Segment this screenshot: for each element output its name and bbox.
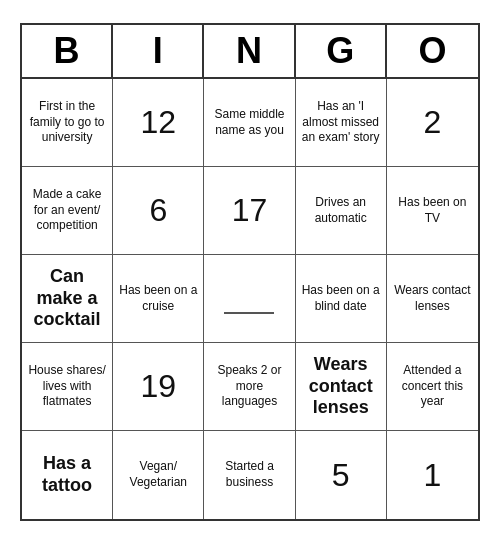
cell-value: Speaks 2 or more languages bbox=[210, 363, 288, 410]
cell-value: Vegan/ Vegetarian bbox=[119, 459, 197, 490]
cell-value: Wears contact lenses bbox=[393, 283, 472, 314]
bingo-cell: 2 bbox=[387, 79, 478, 167]
cell-value: Drives an automatic bbox=[302, 195, 380, 226]
cell-value: 17 bbox=[232, 192, 268, 229]
cell-value: Attended a concert this year bbox=[393, 363, 472, 410]
bingo-cell: 5 bbox=[296, 431, 387, 519]
cell-value: 19 bbox=[140, 368, 176, 405]
cell-value: Started a business bbox=[210, 459, 288, 490]
bingo-card: BINGO First in the family to go to unive… bbox=[20, 23, 480, 521]
cell-value: Has a tattoo bbox=[28, 453, 106, 496]
bingo-cell: Attended a concert this year bbox=[387, 343, 478, 431]
cell-value: Has an 'I almost missed an exam' story bbox=[302, 99, 380, 146]
bingo-cell bbox=[204, 255, 295, 343]
bingo-cell: Has an 'I almost missed an exam' story bbox=[296, 79, 387, 167]
cell-value: 1 bbox=[423, 457, 441, 494]
bingo-cell: 1 bbox=[387, 431, 478, 519]
bingo-cell: Has been on TV bbox=[387, 167, 478, 255]
bingo-grid: First in the family to go to university1… bbox=[22, 79, 478, 519]
bingo-cell: Started a business bbox=[204, 431, 295, 519]
bingo-cell: Vegan/ Vegetarian bbox=[113, 431, 204, 519]
bingo-cell: Has been on a blind date bbox=[296, 255, 387, 343]
cell-value: Made a cake for an event/ competition bbox=[28, 187, 106, 234]
bingo-cell: 17 bbox=[204, 167, 295, 255]
bingo-cell: House shares/ lives with flatmates bbox=[22, 343, 113, 431]
bingo-cell: Wears contact lenses bbox=[296, 343, 387, 431]
bingo-cell: Has been on a cruise bbox=[113, 255, 204, 343]
cell-value: 12 bbox=[140, 104, 176, 141]
bingo-cell: Drives an automatic bbox=[296, 167, 387, 255]
header-letter: N bbox=[204, 25, 295, 77]
cell-value: 5 bbox=[332, 457, 350, 494]
bingo-cell: Made a cake for an event/ competition bbox=[22, 167, 113, 255]
bingo-cell: 6 bbox=[113, 167, 204, 255]
cell-value: Has been on a blind date bbox=[302, 283, 380, 314]
bingo-cell: 19 bbox=[113, 343, 204, 431]
cell-value: Has been on TV bbox=[393, 195, 472, 226]
bingo-cell: Same middle name as you bbox=[204, 79, 295, 167]
cell-value: Can make a cocktail bbox=[28, 266, 106, 331]
bingo-cell: Has a tattoo bbox=[22, 431, 113, 519]
bingo-cell: First in the family to go to university bbox=[22, 79, 113, 167]
bingo-cell: Speaks 2 or more languages bbox=[204, 343, 295, 431]
cell-value: House shares/ lives with flatmates bbox=[28, 363, 106, 410]
cell-value: 2 bbox=[423, 104, 441, 141]
cell-value: Has been on a cruise bbox=[119, 283, 197, 314]
bingo-header: BINGO bbox=[22, 25, 478, 79]
cell-value: First in the family to go to university bbox=[28, 99, 106, 146]
header-letter: B bbox=[22, 25, 113, 77]
header-letter: G bbox=[296, 25, 387, 77]
bingo-cell: Wears contact lenses bbox=[387, 255, 478, 343]
cell-value: Wears contact lenses bbox=[302, 354, 380, 419]
header-letter: O bbox=[387, 25, 478, 77]
cell-value: 6 bbox=[149, 192, 167, 229]
bingo-cell: 12 bbox=[113, 79, 204, 167]
cell-value: Same middle name as you bbox=[210, 107, 288, 138]
header-letter: I bbox=[113, 25, 204, 77]
bingo-cell: Can make a cocktail bbox=[22, 255, 113, 343]
